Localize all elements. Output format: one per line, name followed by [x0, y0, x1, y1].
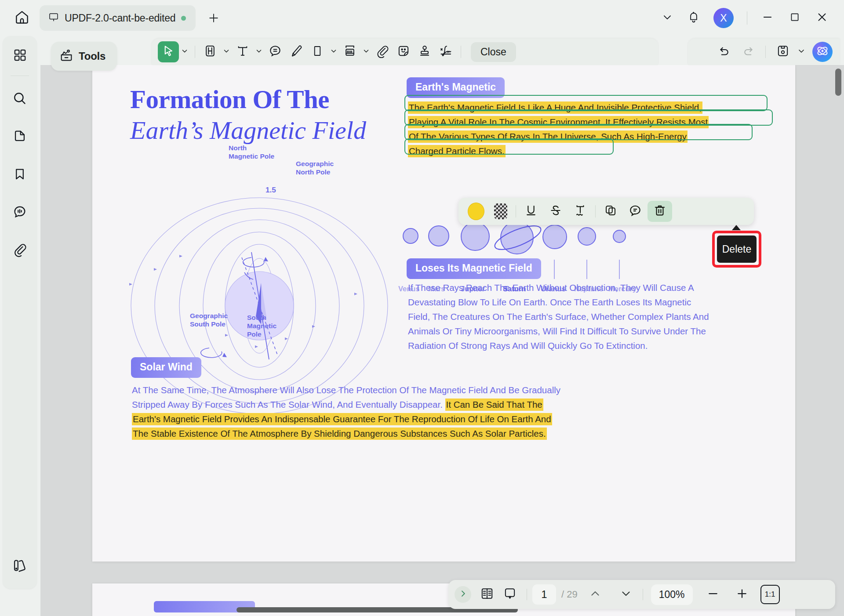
two-page-view-icon: [480, 587, 494, 602]
tools-button[interactable]: Tools: [51, 42, 117, 71]
page-title-line2: Earth’s Magnetic Field: [130, 116, 366, 145]
avatar-initial: X: [720, 12, 727, 24]
avatar[interactable]: X: [713, 8, 734, 28]
planet-mars: [428, 225, 449, 246]
maximize-button[interactable]: [782, 6, 807, 30]
page-icon: [12, 129, 27, 145]
trash-icon: [653, 203, 667, 219]
highlighted-text[interactable]: The Stable Existence Of The Atmosphere B…: [132, 428, 547, 440]
grid-icon: [13, 48, 27, 64]
page-scroll-mode-button[interactable]: [498, 583, 521, 605]
new-tab-button[interactable]: [204, 9, 223, 27]
sidebar-item-panels[interactable]: [7, 43, 33, 69]
expand-panel-button[interactable]: [455, 586, 471, 603]
zoom-level-display[interactable]: 100%: [651, 584, 693, 605]
save-options-caret[interactable]: [796, 42, 807, 62]
bottom-toolbar: 1 / 29 100% 1:1: [448, 580, 835, 609]
copy-button[interactable]: [598, 201, 623, 222]
highlighted-text[interactable]: Earth's Magnetic Field Provides An Indis…: [132, 413, 552, 425]
tool-shape[interactable]: [307, 41, 328, 62]
tool-pencil[interactable]: [286, 41, 307, 62]
tool-text[interactable]: [232, 41, 253, 62]
view-mode-button[interactable]: [476, 583, 498, 605]
page-title-line1: Formation Of The: [130, 84, 329, 115]
tool-highlight-caret[interactable]: [221, 42, 232, 62]
comment-bubble-icon: [628, 203, 642, 219]
strikethrough-button[interactable]: [543, 201, 568, 222]
undo-button[interactable]: [713, 41, 735, 63]
planet-neptune: [578, 227, 596, 246]
highlight-h-icon: [203, 44, 217, 60]
notifications-button[interactable]: [682, 6, 706, 30]
opacity-button[interactable]: [488, 201, 513, 222]
copy-icon: [604, 204, 617, 219]
tool-measure[interactable]: [339, 41, 360, 62]
pdf-page-1[interactable]: Formation Of The Earth’s Magnetic Field: [92, 65, 795, 562]
vertical-scrollbar-thumb[interactable]: [835, 69, 841, 96]
tool-highlight-group: [200, 41, 232, 62]
north-magnetic-pole-label: NorthMagnetic Pole: [229, 144, 274, 161]
tool-highlight-select[interactable]: [158, 41, 179, 62]
maximize-icon: [789, 11, 800, 25]
redo-icon: [742, 44, 755, 59]
tool-stamp[interactable]: [414, 41, 435, 62]
strikethrough-s-icon: [549, 203, 563, 219]
minimize-button[interactable]: [755, 6, 780, 30]
sidebar-item-search[interactable]: [7, 87, 33, 112]
ai-orb-icon: [815, 44, 829, 60]
chevron-down-icon: [797, 47, 806, 57]
sidebar-item-page-thumbnails[interactable]: [7, 124, 33, 150]
section3-line4: The Stable Existence Of The Atmosphere B…: [132, 425, 547, 442]
document-tab[interactable]: UPDF-2.0-cant-be-edited: [40, 5, 196, 31]
squiggly-underline-button[interactable]: [568, 201, 593, 222]
sidebar-item-annotations[interactable]: [7, 200, 33, 225]
toolbar-right-group: [688, 39, 840, 65]
tool-select-caret[interactable]: [179, 42, 190, 62]
toolbar-divider-1: [195, 46, 195, 58]
redo-button[interactable]: [737, 41, 759, 63]
sidebar-item-bookmarks[interactable]: [7, 162, 33, 188]
search-icon: [12, 91, 28, 108]
sidebar-item-theme[interactable]: [7, 554, 33, 579]
zoom-out-button[interactable]: [702, 583, 724, 605]
close-window-button[interactable]: [810, 6, 834, 30]
tab-list-button[interactable]: [655, 6, 679, 30]
actual-size-button[interactable]: 1:1: [760, 585, 780, 604]
undo-icon: [718, 44, 731, 59]
paperclip-icon: [375, 44, 389, 60]
next-page-button[interactable]: [615, 583, 637, 605]
tool-shape-group: [307, 41, 339, 62]
page-number-input[interactable]: 1: [532, 584, 556, 605]
tool-highlight[interactable]: [200, 41, 221, 62]
home-button[interactable]: [10, 6, 34, 30]
annotation-popup-toolbar: [458, 198, 754, 225]
highlight-color-button[interactable]: [464, 201, 488, 222]
sidebar-item-attachments[interactable]: [7, 238, 33, 263]
vertical-scrollbar[interactable]: [835, 67, 841, 590]
zoom-in-button[interactable]: [731, 583, 753, 605]
close-annotation-toolbar-button[interactable]: Close: [471, 42, 516, 62]
save-button[interactable]: [772, 41, 794, 63]
home-icon: [14, 9, 30, 27]
add-comment-button[interactable]: [623, 201, 648, 222]
plus-icon: [735, 587, 749, 602]
pencil-icon: [289, 44, 303, 60]
tool-sticky-note[interactable]: [265, 41, 286, 62]
planet-tick: [586, 260, 587, 279]
ai-assistant-button[interactable]: [812, 42, 833, 62]
tool-measure-caret[interactable]: [360, 42, 372, 62]
underline-button[interactable]: [519, 201, 543, 222]
tool-signature[interactable]: [435, 41, 456, 62]
left-sidebar: [3, 36, 37, 589]
document-viewport[interactable]: Formation Of The Earth’s Magnetic Field: [40, 65, 844, 616]
chevron-right-icon: [458, 589, 467, 600]
minimize-icon: [761, 11, 774, 25]
previous-page-button[interactable]: [584, 583, 607, 605]
tool-attachment[interactable]: [372, 41, 393, 62]
highlighted-text[interactable]: It Can Be Said That The: [445, 399, 543, 411]
tool-text-caret[interactable]: [253, 42, 265, 62]
tool-shape-caret[interactable]: [328, 42, 339, 62]
tool-sticker[interactable]: [393, 41, 414, 62]
chevron-down-icon: [620, 587, 632, 602]
delete-button[interactable]: [648, 201, 672, 222]
